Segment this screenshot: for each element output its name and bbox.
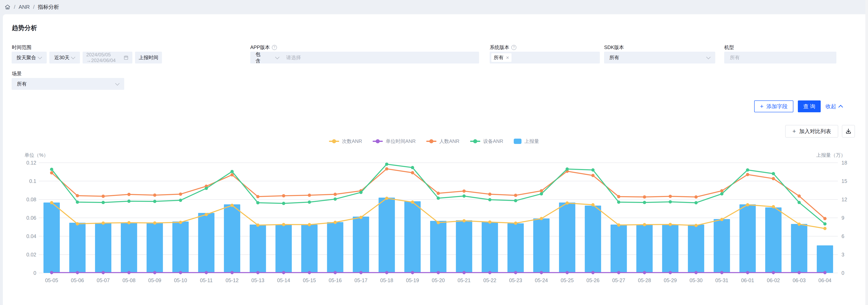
svg-text:3: 3 (841, 252, 844, 257)
device-model-input-wrap[interactable] (724, 52, 836, 63)
svg-text:05-08: 05-08 (122, 277, 135, 283)
svg-text:05-12: 05-12 (225, 277, 239, 283)
legend-label: 人数ANR (439, 138, 460, 144)
download-icon (845, 128, 852, 135)
chevron-down-icon (38, 55, 42, 59)
svg-text:05-11: 05-11 (200, 277, 213, 283)
device-model-input[interactable] (730, 55, 836, 61)
aggregation-select[interactable]: 按天聚合 (11, 52, 47, 63)
app-version-filter[interactable]: 包含 (250, 52, 479, 63)
legend-label: 设备ANR (483, 138, 503, 144)
date-range-value: 2024/05/05 →2024/06/04 (86, 52, 123, 63)
period-select[interactable]: 近30天 (49, 52, 80, 63)
chevron-down-icon (71, 55, 75, 59)
legend-item-上报量[interactable]: 上报量 (514, 138, 539, 144)
operator-select[interactable]: 包含 (255, 51, 264, 64)
svg-text:05-23: 05-23 (509, 277, 522, 283)
svg-text:05-27: 05-27 (612, 277, 625, 283)
svg-text:05-05: 05-05 (45, 277, 58, 283)
svg-text:05-19: 05-19 (406, 277, 419, 283)
svg-text:18: 18 (841, 160, 847, 166)
svg-text:15: 15 (841, 178, 847, 184)
add-field-button[interactable]: + 添加字段 (754, 101, 793, 112)
chevron-down-icon (275, 55, 279, 59)
chevron-down-icon (706, 55, 711, 59)
svg-text:0.04: 0.04 (26, 233, 36, 239)
svg-text:12: 12 (841, 197, 847, 202)
svg-text:06-04: 06-04 (818, 277, 832, 283)
svg-text:05-13: 05-13 (251, 277, 264, 283)
calendar-icon (123, 55, 129, 60)
svg-text:05-06: 05-06 (71, 277, 84, 283)
system-version-tag: 所有 × (491, 53, 512, 62)
svg-text:05-14: 05-14 (277, 277, 290, 283)
chevron-down-icon (115, 81, 120, 85)
legend-item-设备ANR[interactable]: 设备ANR (470, 138, 503, 144)
plus-icon: + (792, 128, 796, 135)
svg-text:0.12: 0.12 (26, 160, 36, 166)
system-version-filter[interactable]: 所有 × (490, 52, 600, 63)
legend-item-单位时间ANR[interactable]: 单位时间ANR (373, 138, 416, 144)
svg-text:05-18: 05-18 (380, 277, 393, 283)
legend-label: 次数ANR (342, 138, 362, 144)
device-model-label: 机型 (724, 44, 734, 51)
svg-text:05-10: 05-10 (174, 277, 187, 283)
legend-label: 上报量 (524, 138, 539, 144)
breadcrumb-separator: / (33, 4, 34, 10)
svg-text:0.06: 0.06 (26, 215, 36, 221)
svg-text:05-20: 05-20 (432, 277, 445, 283)
svg-text:0.08: 0.08 (26, 197, 36, 202)
svg-text:05-17: 05-17 (354, 277, 368, 283)
date-range-picker[interactable]: 2024/05/05 →2024/06/04 (83, 52, 132, 63)
legend-line-marker (329, 139, 339, 143)
query-button[interactable]: 查 询 (798, 101, 821, 112)
svg-text:05-28: 05-28 (638, 277, 651, 283)
svg-text:05-15: 05-15 (303, 277, 316, 283)
svg-text:0.1: 0.1 (29, 178, 36, 184)
svg-text:05-07: 05-07 (97, 277, 110, 283)
help-icon[interactable]: ? (511, 45, 517, 50)
app-version-input[interactable] (286, 55, 479, 61)
svg-text:9: 9 (841, 215, 844, 221)
svg-text:0.02: 0.02 (26, 252, 36, 257)
time-range-label: 时间范围 (12, 44, 31, 51)
close-icon[interactable]: × (506, 55, 509, 60)
svg-text:05-22: 05-22 (483, 277, 496, 283)
add-to-compare-button[interactable]: + 加入对比列表 (785, 125, 838, 138)
svg-text:05-16: 05-16 (329, 277, 342, 283)
legend-line-marker (373, 139, 383, 143)
system-version-label: 系统版本 ? (490, 44, 517, 51)
download-button[interactable] (842, 125, 855, 138)
svg-text:06-02: 06-02 (767, 277, 780, 283)
breadcrumb: / ANR / 指标分析 (4, 3, 59, 11)
breadcrumb-item-anr[interactable]: ANR (19, 4, 30, 10)
svg-text:05-24: 05-24 (535, 277, 548, 283)
svg-text:6: 6 (841, 233, 844, 239)
sdk-version-label: SDK版本 (604, 44, 624, 51)
scrollbar-track[interactable] (865, 0, 868, 305)
svg-text:06-03: 06-03 (793, 277, 806, 283)
svg-text:0: 0 (33, 270, 36, 276)
collapse-link[interactable]: 收起 (826, 101, 842, 112)
trend-chart[interactable]: 000.0230.0460.0690.08120.1150.121805-050… (0, 149, 868, 294)
svg-text:05-31: 05-31 (715, 277, 728, 283)
scene-select[interactable]: 所有 (11, 78, 124, 90)
scene-label: 场景 (12, 71, 22, 77)
home-icon[interactable] (4, 4, 10, 10)
legend-item-次数ANR[interactable]: 次数ANR (329, 138, 362, 144)
trend-chart-canvas[interactable]: 000.0230.0460.0690.08120.1150.121805-050… (0, 149, 868, 294)
report-time-select[interactable]: 上报时间 (135, 52, 162, 63)
legend-bar-marker (514, 139, 522, 144)
legend-item-人数ANR[interactable]: 人数ANR (426, 138, 460, 144)
chevron-up-icon (838, 105, 843, 110)
svg-text:05-30: 05-30 (689, 277, 703, 283)
breadcrumb-item-current: 指标分析 (38, 3, 59, 10)
svg-text:06-01: 06-01 (741, 277, 754, 283)
legend-line-marker (470, 139, 480, 143)
svg-text:05-21: 05-21 (458, 277, 470, 283)
sdk-version-select[interactable]: 所有 (604, 52, 715, 63)
app-version-label: APP版本 ? (250, 44, 277, 51)
help-icon[interactable]: ? (272, 45, 277, 50)
svg-text:0: 0 (841, 270, 844, 276)
page-title: 趋势分析 (12, 24, 37, 32)
